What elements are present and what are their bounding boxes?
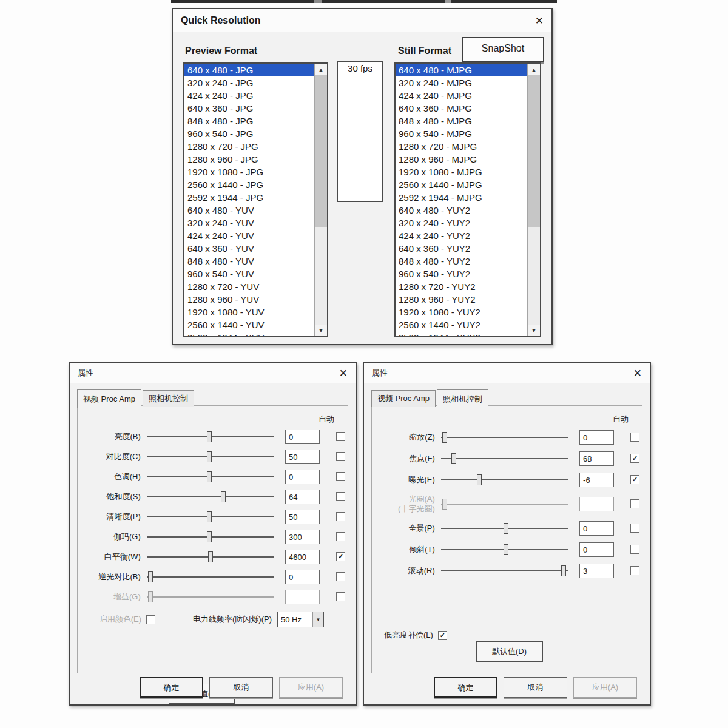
resolution-item[interactable]: 2560 x 1440 - YUV bbox=[184, 318, 314, 331]
slider-thumb[interactable] bbox=[207, 531, 212, 542]
auto-checkbox[interactable] bbox=[336, 572, 345, 581]
slider-thumb[interactable] bbox=[207, 511, 212, 522]
value-input[interactable]: 50 bbox=[285, 510, 320, 524]
value-input[interactable]: 300 bbox=[285, 530, 320, 544]
resolution-item[interactable]: 1280 x 960 - YUV bbox=[184, 293, 314, 306]
resolution-item[interactable]: 424 x 240 - JPG bbox=[184, 89, 314, 102]
resolution-item[interactable]: 1280 x 720 - MJPG bbox=[396, 140, 527, 153]
resolution-item[interactable]: 640 x 480 - MJPG bbox=[396, 64, 527, 76]
auto-checkbox[interactable] bbox=[630, 566, 639, 575]
resolution-item[interactable]: 2560 x 1440 - JPG bbox=[184, 178, 314, 191]
value-input[interactable]: 0 bbox=[579, 542, 614, 557]
color-enable-checkbox[interactable] bbox=[146, 615, 155, 624]
fps-item[interactable]: 30 fps bbox=[338, 62, 382, 75]
resolution-item[interactable]: 1280 x 960 - JPG bbox=[184, 153, 314, 166]
slider-track[interactable] bbox=[147, 531, 274, 543]
auto-checkbox[interactable] bbox=[336, 432, 345, 441]
resolution-item[interactable]: 1280 x 960 - YUY2 bbox=[396, 293, 527, 306]
resolution-item[interactable]: 1280 x 960 - MJPG bbox=[396, 153, 527, 166]
scrollbar-thumb[interactable] bbox=[315, 75, 327, 228]
cancel-button[interactable]: 取消 bbox=[209, 677, 273, 698]
scrollbar[interactable]: ▲ ▼ bbox=[314, 64, 327, 336]
resolution-item[interactable]: 960 x 540 - YUY2 bbox=[396, 268, 527, 280]
resolution-item[interactable]: 960 x 540 - MJPG bbox=[396, 127, 527, 140]
value-input[interactable]: 0 bbox=[285, 470, 320, 484]
slider-track[interactable] bbox=[441, 453, 568, 465]
resolution-item[interactable]: 640 x 360 - MJPG bbox=[396, 102, 527, 115]
slider-track[interactable] bbox=[147, 491, 274, 503]
auto-checkbox[interactable]: ✓ bbox=[630, 454, 639, 463]
resolution-item[interactable]: 640 x 480 - YUY2 bbox=[396, 204, 527, 217]
resolution-item[interactable]: 848 x 480 - YUY2 bbox=[396, 255, 527, 268]
slider-thumb[interactable] bbox=[207, 451, 212, 462]
slider-track[interactable] bbox=[441, 544, 568, 556]
lowlight-checkbox[interactable]: ✓ bbox=[438, 631, 447, 640]
slider-track[interactable] bbox=[441, 474, 568, 486]
cancel-button[interactable]: 取消 bbox=[504, 677, 567, 698]
resolution-item[interactable]: 320 x 240 - MJPG bbox=[396, 76, 527, 89]
resolution-item[interactable]: 960 x 540 - YUV bbox=[184, 268, 314, 280]
value-input[interactable]: -6 bbox=[579, 473, 614, 487]
resolution-item[interactable]: 2560 x 1440 - YUY2 bbox=[396, 318, 527, 331]
resolution-item[interactable]: 640 x 360 - JPG bbox=[184, 102, 314, 115]
slider-track[interactable] bbox=[441, 498, 568, 510]
slider-thumb[interactable] bbox=[221, 491, 226, 502]
resolution-item[interactable]: 424 x 240 - MJPG bbox=[396, 89, 527, 102]
value-input[interactable]: 64 bbox=[285, 490, 320, 504]
value-input[interactable]: 68 bbox=[579, 451, 614, 466]
auto-checkbox[interactable] bbox=[336, 532, 345, 541]
slider-track[interactable] bbox=[147, 591, 274, 603]
resolution-item[interactable]: 2592 x 1944 - YUV bbox=[184, 331, 314, 336]
slider-track[interactable] bbox=[147, 551, 274, 563]
still-format-list[interactable]: 640 x 480 - MJPG320 x 240 - MJPG424 x 24… bbox=[394, 62, 541, 337]
chevron-down-icon[interactable]: ▼ bbox=[312, 612, 323, 627]
close-icon[interactable]: ✕ bbox=[633, 367, 642, 380]
value-input[interactable]: 0 bbox=[579, 521, 614, 536]
default-button[interactable]: 默认值(D) bbox=[476, 641, 543, 662]
resolution-item[interactable]: 640 x 360 - YUV bbox=[184, 242, 314, 255]
close-icon[interactable]: ✕ bbox=[535, 15, 544, 27]
slider-thumb[interactable] bbox=[451, 453, 456, 464]
value-input[interactable]: 50 bbox=[285, 450, 320, 464]
slider-thumb[interactable] bbox=[148, 592, 153, 602]
preview-format-list[interactable]: 640 x 480 - JPG320 x 240 - JPG424 x 240 … bbox=[183, 62, 328, 337]
auto-checkbox[interactable]: ✓ bbox=[336, 552, 345, 561]
tab-inactive[interactable]: 照相机控制 bbox=[143, 390, 194, 407]
resolution-item[interactable]: 2592 x 1944 - JPG bbox=[184, 191, 314, 204]
slider-track[interactable] bbox=[147, 511, 274, 523]
resolution-item[interactable]: 1920 x 1080 - YUY2 bbox=[396, 306, 527, 318]
slider-thumb[interactable] bbox=[504, 523, 508, 534]
fps-list[interactable]: 30 fps bbox=[337, 61, 383, 202]
resolution-item[interactable]: 1280 x 720 - YUY2 bbox=[396, 280, 527, 293]
slider-track[interactable] bbox=[147, 571, 274, 583]
resolution-item[interactable]: 424 x 240 - YUV bbox=[184, 229, 314, 242]
slider-thumb[interactable] bbox=[477, 474, 482, 485]
resolution-item[interactable]: 1280 x 720 - YUV bbox=[184, 280, 314, 293]
auto-checkbox[interactable] bbox=[336, 492, 345, 501]
slider-thumb[interactable] bbox=[148, 571, 153, 582]
scroll-down-icon[interactable]: ▼ bbox=[315, 325, 327, 336]
auto-checkbox[interactable] bbox=[630, 499, 639, 508]
scrollbar-thumb[interactable] bbox=[528, 75, 540, 228]
resolution-item[interactable]: 320 x 240 - YUY2 bbox=[396, 217, 527, 229]
slider-track[interactable] bbox=[147, 431, 274, 443]
slider-thumb[interactable] bbox=[207, 431, 212, 442]
slider-thumb[interactable] bbox=[442, 499, 447, 510]
auto-checkbox[interactable] bbox=[336, 472, 345, 481]
powerline-dropdown[interactable]: 50 Hz ▼ bbox=[277, 612, 324, 627]
resolution-item[interactable]: 424 x 240 - YUY2 bbox=[396, 229, 527, 242]
ok-button[interactable]: 确定 bbox=[140, 677, 203, 698]
resolution-item[interactable]: 320 x 240 - JPG bbox=[184, 76, 314, 89]
slider-track[interactable] bbox=[441, 431, 568, 443]
resolution-item[interactable]: 2560 x 1440 - MJPG bbox=[396, 178, 527, 191]
resolution-item[interactable]: 960 x 540 - JPG bbox=[184, 127, 314, 140]
auto-checkbox[interactable] bbox=[336, 512, 345, 521]
snapshot-button[interactable]: SnapShot bbox=[462, 37, 544, 62]
slider-track[interactable] bbox=[441, 522, 568, 534]
resolution-item[interactable]: 320 x 240 - YUV bbox=[184, 217, 314, 229]
auto-checkbox[interactable]: ✓ bbox=[630, 475, 639, 484]
slider-thumb[interactable] bbox=[561, 565, 566, 576]
slider-track[interactable] bbox=[147, 471, 274, 483]
value-input[interactable]: 0 bbox=[579, 430, 614, 445]
auto-checkbox[interactable] bbox=[630, 433, 639, 442]
